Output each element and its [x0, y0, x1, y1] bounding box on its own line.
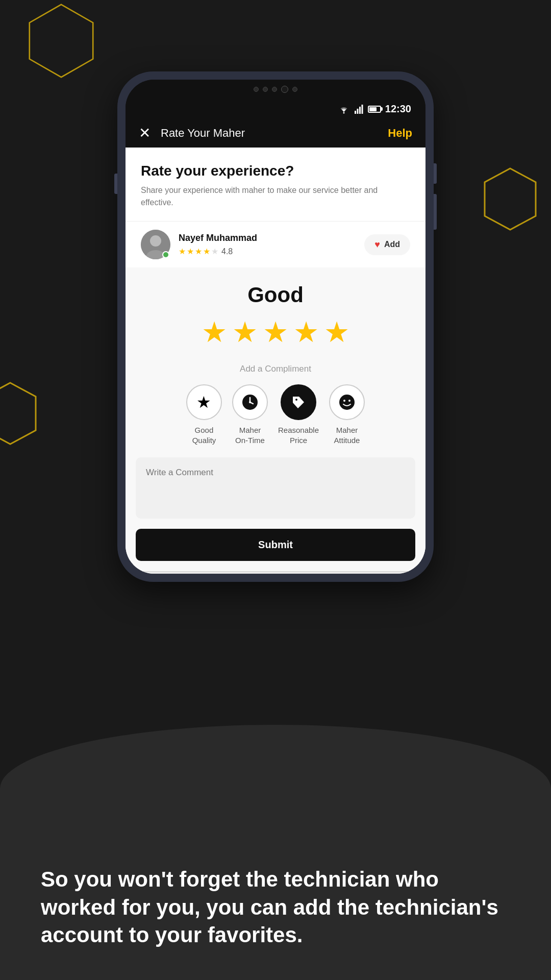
star-3: ★	[195, 247, 202, 256]
svg-point-3	[343, 112, 344, 113]
rating-label: Good	[247, 283, 304, 307]
top-nav: ✕ Rate Your Maher Help	[126, 119, 425, 148]
compliment-maher-ontime[interactable]: MaherOn-Time	[232, 384, 268, 445]
svg-point-9	[150, 235, 161, 247]
clock-icon	[241, 394, 259, 411]
svg-point-16	[339, 395, 355, 410]
add-label: Add	[384, 240, 400, 249]
phone-screen: 12:30 ✕ Rate Your Maher Help Rate your e…	[126, 80, 425, 574]
close-button[interactable]: ✕	[139, 126, 151, 140]
status-bar: 12:30	[126, 96, 425, 119]
svg-marker-0	[30, 5, 93, 77]
maher-ontime-label: MaherOn-Time	[235, 425, 265, 445]
svg-rect-4	[355, 111, 356, 114]
rate-subtitle: Share your experience with maher to make…	[141, 184, 410, 209]
submit-button[interactable]: Submit	[136, 529, 415, 561]
help-button[interactable]: Help	[388, 127, 412, 140]
tech-rating: ★ ★ ★ ★ ★ 4.8	[179, 247, 356, 256]
rate-title: Rate your experience?	[141, 163, 410, 179]
compliment-row: ★ GoodQuality MaherOn-Time	[186, 384, 365, 445]
smile-icon	[338, 394, 356, 411]
nav-title: Rate Your Maher	[161, 127, 378, 140]
rating-star-3[interactable]: ★	[263, 315, 288, 349]
rating-section: Good ★ ★ ★ ★ ★ Add a Compliment ★ GoodQu…	[126, 267, 425, 571]
phone-side-button-right2	[434, 163, 437, 184]
hex-decoration-left-mid	[0, 378, 41, 449]
stars-large[interactable]: ★ ★ ★ ★ ★	[202, 315, 349, 349]
avatar-wrap	[141, 230, 170, 259]
bottom-nav	[126, 571, 425, 574]
phone-side-button-right	[434, 194, 437, 230]
battery-fill	[369, 107, 377, 111]
wifi-icon	[337, 105, 350, 114]
reasonable-price-label: ReasonablePrice	[278, 425, 319, 445]
technician-card: Nayef Muhammad ★ ★ ★ ★ ★ 4.8 ♥ A	[126, 221, 425, 267]
battery-icon	[368, 106, 381, 113]
front-camera	[281, 86, 288, 93]
camera-dot-1	[254, 87, 259, 92]
rating-star-2[interactable]: ★	[232, 315, 258, 349]
camera-dot-2	[263, 87, 268, 92]
status-time: 12:30	[385, 103, 411, 115]
tag-icon	[290, 394, 307, 411]
maher-attitude-label: MaherAttitude	[334, 425, 360, 445]
svg-point-15	[295, 399, 297, 401]
compliment-maher-attitude[interactable]: MaherAttitude	[329, 384, 365, 445]
rating-star-4[interactable]: ★	[293, 315, 319, 349]
maher-ontime-icon	[232, 384, 268, 420]
bottom-text: So you won't forget the technician who w…	[41, 866, 510, 949]
good-quality-label: GoodQuality	[192, 425, 216, 445]
phone-camera-row	[126, 80, 425, 96]
tech-name: Nayef Muhammad	[179, 233, 356, 243]
maher-attitude-icon	[329, 384, 365, 420]
star-2: ★	[187, 247, 194, 256]
signal-icon	[355, 105, 364, 114]
camera-dot-4	[292, 87, 297, 92]
reasonable-price-icon	[281, 384, 316, 420]
svg-marker-1	[485, 168, 536, 230]
svg-point-18	[348, 400, 350, 402]
rating-number: 4.8	[221, 247, 233, 256]
hex-decoration-right	[480, 163, 541, 235]
compliment-reasonable-price[interactable]: ReasonablePrice	[278, 384, 319, 445]
svg-rect-6	[359, 107, 361, 114]
content-area: Rate your experience? Share your experie…	[126, 148, 425, 574]
top-section: Rate your experience? Share your experie…	[126, 148, 425, 221]
add-favorite-button[interactable]: ♥ Add	[364, 234, 410, 255]
status-icons: 12:30	[337, 103, 411, 115]
svg-marker-2	[0, 383, 36, 444]
tech-stars: ★ ★ ★ ★ ★	[179, 247, 218, 256]
phone-side-button-left	[114, 174, 117, 194]
good-quality-icon: ★	[186, 384, 222, 420]
star-4: ★	[203, 247, 210, 256]
tech-info: Nayef Muhammad ★ ★ ★ ★ ★ 4.8	[179, 233, 356, 256]
hex-decoration-top-left	[20, 0, 102, 82]
rating-star-1[interactable]: ★	[202, 315, 227, 349]
svg-point-14	[249, 401, 251, 403]
comment-input[interactable]	[136, 457, 415, 519]
svg-point-17	[343, 400, 345, 402]
online-indicator	[162, 251, 169, 258]
phone-frame: 12:30 ✕ Rate Your Maher Help Rate your e…	[117, 71, 434, 582]
svg-rect-7	[361, 105, 363, 114]
compliment-label: Add a Compliment	[240, 364, 311, 374]
star-1: ★	[179, 247, 186, 256]
compliment-good-quality[interactable]: ★ GoodQuality	[186, 384, 222, 445]
svg-rect-5	[357, 109, 358, 114]
rating-star-5[interactable]: ★	[324, 315, 349, 349]
star-5: ★	[211, 247, 218, 256]
camera-dot-3	[272, 87, 277, 92]
heart-icon: ♥	[374, 239, 380, 250]
